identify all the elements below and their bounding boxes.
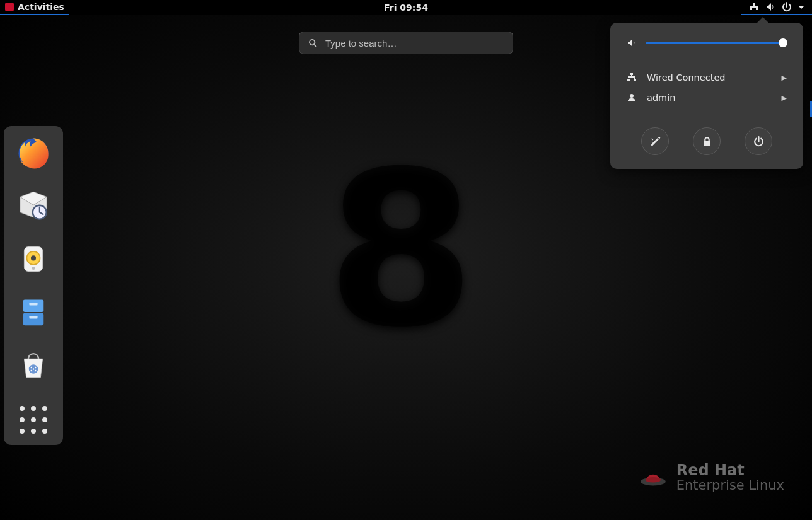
distro-icon [5, 3, 14, 11]
settings-button[interactable] [641, 127, 669, 155]
power-button[interactable] [745, 127, 772, 155]
power-icon [782, 2, 792, 12]
distro-brand: Red Hat Enterprise Linux [639, 463, 784, 492]
network-wired-icon [749, 2, 759, 12]
speaker-icon [17, 243, 50, 275]
volume-icon [627, 38, 637, 48]
dash-app-firefox[interactable] [15, 135, 52, 171]
svg-point-15 [31, 370, 32, 371]
svg-rect-9 [30, 303, 38, 305]
settings-icon [650, 136, 661, 147]
svg-rect-7 [23, 300, 44, 313]
activities-label: Activities [18, 2, 64, 12]
system-menu-popover: Wired Connected ▶ admin ▶ [610, 23, 803, 169]
svg-point-12 [31, 367, 32, 368]
user-icon [627, 93, 637, 103]
grid-icon [20, 406, 47, 434]
wallpaper-glyph: 8 [327, 125, 470, 374]
mail-calendar-icon [17, 190, 50, 222]
chevron-down-icon [798, 6, 804, 9]
svg-point-5 [31, 255, 36, 260]
svg-point-13 [35, 367, 36, 368]
search-icon [308, 38, 318, 48]
dash-app-files[interactable] [15, 294, 52, 330]
user-row[interactable]: admin ▶ [610, 88, 803, 108]
separator [648, 113, 765, 113]
lock-icon [702, 136, 712, 147]
system-tray[interactable] [741, 0, 812, 15]
separator [648, 62, 765, 62]
firefox-icon [16, 136, 51, 171]
svg-rect-10 [30, 316, 38, 319]
volume-thumb[interactable] [779, 38, 787, 47]
dash [4, 126, 63, 445]
clock-label: Fri 09:54 [384, 3, 428, 13]
network-row[interactable]: Wired Connected ▶ [610, 67, 803, 88]
popover-arrow [757, 17, 769, 23]
show-applications-button[interactable] [15, 400, 52, 436]
svg-point-16 [35, 370, 36, 371]
network-label: Wired Connected [647, 72, 726, 83]
user-label: admin [647, 93, 675, 103]
volume-icon [765, 2, 775, 12]
dash-app-rhythmbox[interactable] [15, 241, 52, 277]
redhat-icon [639, 466, 668, 488]
lock-button[interactable] [693, 127, 721, 155]
brand-line2: Enterprise Linux [676, 478, 784, 492]
volume-row [610, 23, 803, 57]
chevron-right-icon: ▶ [782, 74, 787, 82]
clock-button[interactable]: Fri 09:54 [376, 0, 436, 15]
top-bar: Activities Fri 09:54 [0, 0, 812, 15]
dash-app-software[interactable] [15, 347, 52, 383]
file-cabinet-icon [17, 296, 50, 328]
search-input[interactable] [325, 38, 504, 49]
shopping-bag-icon [17, 349, 50, 381]
svg-point-18 [646, 477, 661, 483]
brand-line1: Red Hat [676, 463, 784, 478]
chevron-right-icon: ▶ [782, 94, 787, 102]
activities-button[interactable]: Activities [0, 0, 69, 15]
svg-point-14 [33, 368, 34, 369]
svg-point-17 [641, 478, 666, 486]
power-icon [753, 136, 764, 147]
volume-slider[interactable] [646, 42, 787, 44]
svg-rect-8 [23, 313, 44, 326]
dash-app-evolution[interactable] [15, 188, 52, 224]
network-wired-icon [627, 72, 637, 83]
overview-search[interactable] [299, 32, 513, 54]
svg-point-6 [32, 267, 35, 270]
action-buttons [610, 118, 803, 158]
